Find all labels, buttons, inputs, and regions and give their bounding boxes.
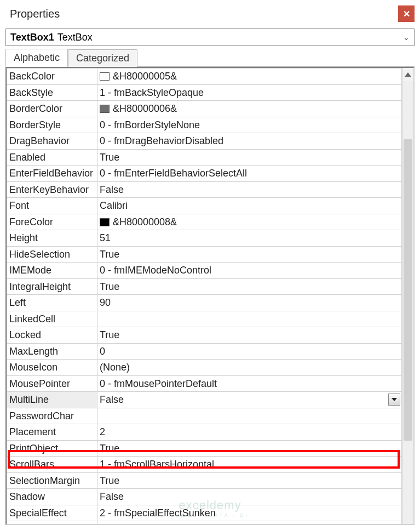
property-name[interactable]: SpecialEffect [7,505,97,521]
property-row[interactable]: IMEMode0 - fmIMEModeNoControl [7,263,402,279]
property-name[interactable]: ScrollBars [7,457,97,473]
property-value[interactable]: 0 - fmEnterFieldBehaviorSelectAll [97,166,402,182]
property-name[interactable]: Height [7,230,97,247]
property-row[interactable]: PasswordChar [7,408,402,424]
property-value[interactable]: False [97,521,402,526]
property-row[interactable]: SpecialEffect2 - fmSpecialEffectSunken [7,505,402,521]
property-row[interactable]: LockedTrue [7,327,402,344]
property-name[interactable]: PasswordChar [7,408,97,424]
property-name[interactable]: IMEMode [7,263,97,279]
property-row[interactable]: MultiLineFalse [7,392,402,408]
property-name[interactable]: HideSelection [7,246,97,263]
property-row[interactable]: ScrollBars1 - fmScrollBarsHorizontal [7,457,402,473]
property-row[interactable]: ShadowFalse [7,489,402,505]
property-value[interactable] [97,311,402,327]
tab-alphabetic[interactable]: Alphabetic [5,49,68,67]
property-row[interactable]: PrintObjectTrue [7,440,402,457]
property-value[interactable]: 1 - fmBackStyleOpaque [97,84,402,101]
property-name[interactable]: ForeColor [7,214,97,230]
property-row[interactable]: EnterKeyBehaviorFalse [7,181,402,198]
property-name[interactable]: MultiLine [7,392,97,408]
property-row[interactable]: Left90 [7,295,402,311]
property-value[interactable]: 1 - fmScrollBarsHorizontal [97,457,402,473]
property-row[interactable]: TabKeyBehaviorFalse [7,521,402,526]
property-value[interactable]: &H80000005& [97,69,402,85]
property-name[interactable]: Locked [7,327,97,344]
property-value[interactable]: Calibri [97,198,402,214]
property-row[interactable]: EnabledTrue [7,149,402,166]
property-value[interactable]: True [97,472,402,489]
property-row[interactable]: SelectionMarginTrue [7,472,402,489]
property-value[interactable]: 51 [97,230,402,247]
property-name[interactable]: BorderStyle [7,117,97,133]
property-value[interactable]: 0 [97,343,402,360]
property-value[interactable]: 0 - fmDragBehaviorDisabled [97,133,402,150]
property-value[interactable]: False [97,489,402,505]
property-value[interactable]: True [97,278,402,295]
object-selector[interactable]: TextBox1 TextBox ⌄ [5,29,415,46]
property-row[interactable]: BorderColor&H80000006& [7,101,402,117]
property-value[interactable]: True [97,246,402,263]
property-row[interactable]: BorderStyle0 - fmBorderStyleNone [7,117,402,133]
property-value[interactable]: False [97,392,402,408]
dropdown-button[interactable] [388,394,400,406]
property-row[interactable]: BackStyle1 - fmBackStyleOpaque [7,84,402,101]
property-row[interactable]: LinkedCell [7,311,402,327]
property-name[interactable]: MousePointer [7,375,97,392]
properties-table: BackColor&H80000005&BackStyle1 - fmBackS… [7,68,402,525]
property-value[interactable]: 0 - fmMousePointerDefault [97,375,402,392]
property-value[interactable]: False [97,181,402,198]
close-button[interactable]: ✕ [398,5,415,22]
property-name[interactable]: LinkedCell [7,311,97,327]
property-value[interactable]: True [97,149,402,166]
property-name[interactable]: PrintObject [7,440,97,457]
property-name[interactable]: IntegralHeight [7,278,97,295]
property-value[interactable]: 0 - fmBorderStyleNone [97,117,402,133]
property-name[interactable]: EnterFieldBehavior [7,166,97,182]
property-row[interactable]: DragBehavior0 - fmDragBehaviorDisabled [7,133,402,150]
property-row[interactable]: IntegralHeightTrue [7,278,402,295]
property-row[interactable]: MaxLength0 [7,343,402,360]
property-row[interactable]: ForeColor&H80000008& [7,214,402,230]
property-name[interactable]: TabKeyBehavior [7,521,97,526]
property-value-text: False [100,394,124,405]
property-name[interactable]: MouseIcon [7,360,97,376]
property-value[interactable]: 2 - fmSpecialEffectSunken [97,505,402,521]
property-row[interactable]: BackColor&H80000005& [7,69,402,85]
property-row[interactable]: Placement2 [7,424,402,441]
scroll-up-button[interactable] [402,68,413,81]
property-name[interactable]: Shadow [7,489,97,505]
tab-categorized[interactable]: Categorized [68,49,137,67]
property-row[interactable]: HideSelectionTrue [7,246,402,263]
property-value[interactable]: (None) [97,360,402,376]
property-name[interactable]: Left [7,295,97,311]
property-row[interactable]: MouseIcon(None) [7,360,402,376]
property-name[interactable]: BackColor [7,69,97,85]
property-row[interactable]: Height51 [7,230,402,247]
property-name[interactable]: MaxLength [7,343,97,360]
property-value[interactable]: &H80000008& [97,214,402,230]
property-name[interactable]: Enabled [7,149,97,166]
property-row[interactable]: FontCalibri [7,198,402,214]
property-name[interactable]: BorderColor [7,101,97,117]
scroll-thumb[interactable] [404,139,412,441]
property-value[interactable] [97,408,402,424]
property-name[interactable]: EnterKeyBehavior [7,181,97,198]
color-swatch [100,72,110,81]
property-name[interactable]: Font [7,198,97,214]
property-name[interactable]: SelectionMargin [7,472,97,489]
property-row[interactable]: MousePointer0 - fmMousePointerDefault [7,375,402,392]
property-value[interactable]: True [97,327,402,344]
property-value[interactable]: 90 [97,295,402,311]
property-value-text: True [100,152,119,163]
property-name[interactable]: BackStyle [7,84,97,101]
property-row[interactable]: EnterFieldBehavior0 - fmEnterFieldBehavi… [7,166,402,182]
property-name[interactable]: DragBehavior [7,133,97,150]
vertical-scrollbar[interactable] [402,68,413,524]
property-value-text: True [100,329,119,340]
property-value[interactable]: 2 [97,424,402,441]
property-name[interactable]: Placement [7,424,97,441]
property-value[interactable]: True [97,440,402,457]
property-value[interactable]: 0 - fmIMEModeNoControl [97,263,402,279]
property-value[interactable]: &H80000006& [97,101,402,117]
